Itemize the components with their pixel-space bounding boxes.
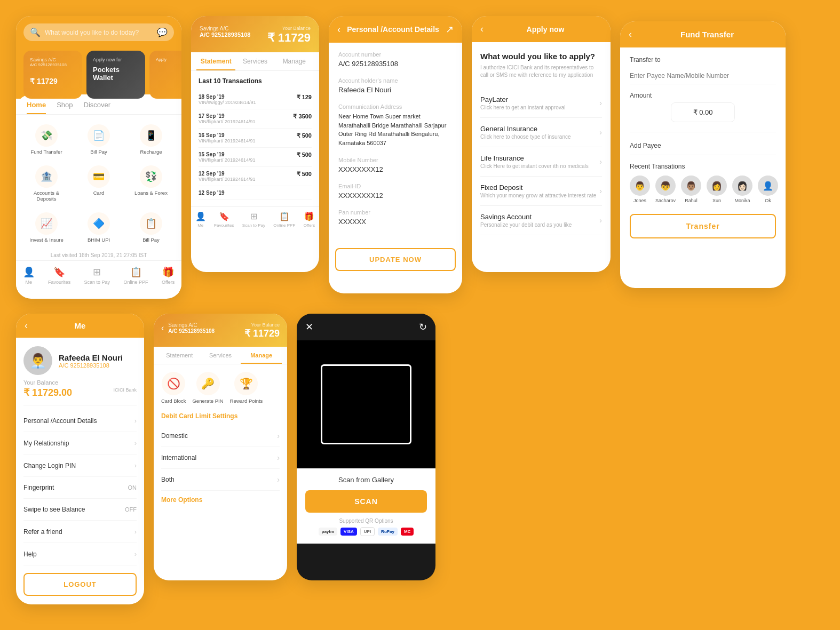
fd-chevron: › <box>599 187 602 195</box>
tab-shop[interactable]: Shop <box>57 101 73 114</box>
scan-button[interactable]: SCAN <box>305 490 427 513</box>
tab-discover[interactable]: Discover <box>84 101 111 114</box>
bottom-nav-me[interactable]: 👤 Me <box>23 266 35 285</box>
update-now-button[interactable]: UPDATE NOW <box>335 248 456 271</box>
debit-international[interactable]: International › <box>161 447 280 469</box>
me-back-button[interactable]: ‹ <box>25 320 28 331</box>
payee-rahul[interactable]: 👨🏽 Rahul <box>681 176 701 203</box>
me-label: Me <box>25 280 32 285</box>
option-paylater[interactable]: PayLater Click here to get an instant ap… <box>480 89 602 118</box>
payee-ok[interactable]: 👤 Ok <box>758 176 778 203</box>
manage-header: ‹ Savings A/C A/C 925128935108 Your Bala… <box>154 314 287 347</box>
menu-recharge[interactable]: 📱 Recharge <box>126 120 176 159</box>
manage-icons-row: 🚫 Card Block 🔑 Generate PIN 🏆 Reward Poi… <box>161 372 280 404</box>
menu-help[interactable]: Help › <box>23 543 137 565</box>
more-options-link[interactable]: More Options <box>161 496 280 504</box>
scan-gallery-label: Scan from Gallery <box>305 476 427 484</box>
manage-tab-services[interactable]: Services <box>200 347 241 364</box>
debit-both[interactable]: Both › <box>161 469 280 491</box>
ppf-icon: 📋 <box>130 266 142 278</box>
search-bar[interactable]: 🔍 💬 <box>23 23 174 41</box>
menu-loans[interactable]: 💱 Loans & Forex <box>126 161 176 206</box>
card-block-item[interactable]: 🚫 Card Block <box>161 372 186 404</box>
payee-jones[interactable]: 👨 Jones <box>630 176 650 203</box>
manage-tab-statement[interactable]: Statement <box>159 347 200 364</box>
menu-refer-friend[interactable]: Refer a friend › <box>23 521 137 543</box>
search-input[interactable] <box>45 29 153 36</box>
manage-tab-manage[interactable]: Manage <box>241 347 282 364</box>
menu-bhim[interactable]: 🔷 BHIM UPI <box>74 208 124 247</box>
stmt-nav-me[interactable]: 👤 Me <box>195 211 206 228</box>
bottom-nav-ppf[interactable]: 📋 Online PPF <box>123 266 148 285</box>
menu-invest[interactable]: 📈 Invest & Insure <box>21 208 72 247</box>
me-bank-logo: ICICI Bank <box>113 387 137 393</box>
monika-name: Monika <box>735 198 750 203</box>
bottom-nav-fav[interactable]: 🔖 Favourites <box>48 266 70 285</box>
offers-label: Offers <box>162 280 175 285</box>
savings-banner[interactable]: Savings A/C A/C 925128935108 ₹ 11729 <box>23 51 82 99</box>
apply-banner[interactable]: Apply <box>149 51 181 99</box>
debit-domestic[interactable]: Domestic › <box>161 425 280 447</box>
reward-points-item[interactable]: 🏆 Reward Points <box>230 372 263 404</box>
share-button[interactable]: ↗ <box>446 23 454 35</box>
bottom-nav-offers[interactable]: 🎁 Offers <box>162 266 175 285</box>
option-savings-account[interactable]: Savings Account Personalize your debit c… <box>480 206 602 235</box>
payee-monika[interactable]: 👩🏻 Monika <box>732 176 752 203</box>
amount-field[interactable]: ₹ 0.00 <box>671 102 735 122</box>
menu-personal-details[interactable]: Personal /Account Details › <box>23 410 137 432</box>
option-general-insurance[interactable]: General Insurance Click here to choose t… <box>480 118 602 147</box>
menu-change-pin[interactable]: Change Login PIN › <box>23 454 137 477</box>
fund-back-button[interactable]: ‹ <box>629 29 632 40</box>
menu-card[interactable]: 💳 Card <box>74 161 124 206</box>
refer-chevron: › <box>134 528 137 536</box>
stmt-nav-scan[interactable]: ⊞ Scan to Pay <box>242 211 265 228</box>
scan-refresh-button[interactable]: ↻ <box>419 321 427 333</box>
me-user-acc: A/C 925128935108 <box>59 362 123 369</box>
manage-back-button[interactable]: ‹ <box>161 323 164 333</box>
stmt-acc-num: A/C 925128935108 <box>200 31 250 38</box>
xun-avatar: 👩 <box>707 176 727 196</box>
menu-fingerprint[interactable]: Fingerprint ON <box>23 477 137 499</box>
scan-frame <box>321 364 411 444</box>
tab-manage[interactable]: Manage <box>275 52 314 70</box>
fund-title: Fund Transfer <box>637 30 777 39</box>
sacharov-avatar: 👦 <box>655 176 676 196</box>
apply-header: ‹ Apply now <box>472 16 611 42</box>
monika-avatar: 👩🏻 <box>732 176 752 196</box>
manage-tabs: Statement Services Manage <box>154 347 287 364</box>
tab-home[interactable]: Home <box>27 101 46 114</box>
option-fixed-deposit[interactable]: Fixed Deposit Which your money grow at a… <box>480 177 602 206</box>
me-user-name: Rafeeda El Nouri <box>59 353 123 362</box>
menu-swipe-balance[interactable]: Swipe to see Balance OFF <box>23 499 137 521</box>
transfer-to-label: Transfer to <box>630 56 776 63</box>
menu-accounts[interactable]: 🏦 Accounts & Deposits <box>21 161 72 206</box>
stmt-nav-offers[interactable]: 🎁 Offers <box>304 211 315 228</box>
menu-billpay2[interactable]: 📋 Bill Pay <box>126 208 176 247</box>
tab-statement[interactable]: Statement <box>196 52 235 70</box>
transfer-button[interactable]: Transfer <box>630 214 776 238</box>
domestic-label: Domestic <box>161 432 188 440</box>
generate-pin-item[interactable]: 🔑 Generate PIN <box>192 372 223 404</box>
menu-bill-pay[interactable]: 📄 Bill Pay <box>74 120 124 159</box>
menu-fund-transfer[interactable]: 💸 Fund Transfer <box>21 120 72 159</box>
stmt-nav-ppf[interactable]: 📋 Online PPF <box>273 211 295 228</box>
tab-services[interactable]: Services <box>235 52 274 70</box>
gen-ins-subtitle: Click here to choose type of insurance <box>480 134 571 140</box>
field-value-mobile: XXXXXXXX12 <box>338 165 453 173</box>
sa-subtitle: Personalize your debit card as you like <box>480 222 572 228</box>
pockets-banner[interactable]: Apply now for Pockets Wallet <box>86 51 145 99</box>
scan-close-button[interactable]: ✕ <box>305 321 313 333</box>
menu-my-relationship[interactable]: My Relationship › <box>23 432 137 454</box>
apply-back-button[interactable]: ‹ <box>480 23 484 35</box>
logout-button[interactable]: LOGOUT <box>23 573 137 596</box>
stmt-nav-fav[interactable]: 🔖 Favourites <box>214 211 234 228</box>
reward-points-icon: 🏆 <box>234 372 258 395</box>
payee-xun[interactable]: 👩 Xun <box>707 176 727 203</box>
field-value-address: Near Home Town Super market Marathahalli… <box>338 112 453 147</box>
life-ins-title: Life Insurance <box>480 154 589 162</box>
transfer-to-input[interactable] <box>630 68 776 84</box>
bottom-nav-scan[interactable]: ⊞ Scan to Pay <box>84 266 110 285</box>
me-balance: ₹ 11729.00 <box>23 387 72 398</box>
option-life-insurance[interactable]: Life Insurance Click Here to get instant… <box>480 147 602 177</box>
payee-sacharov[interactable]: 👦 Sacharov <box>655 176 676 203</box>
